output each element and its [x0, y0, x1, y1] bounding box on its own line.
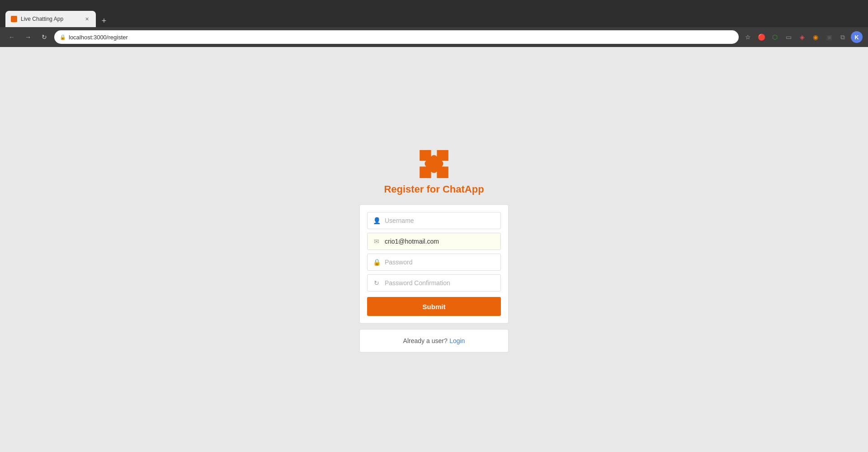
extensions-button[interactable]: ⧉: [837, 32, 848, 42]
username-field-wrapper: 👤: [367, 212, 501, 229]
tab-favicon: [11, 16, 17, 22]
register-form-card: 👤 ✉ 🔒 ↻ Submit: [359, 204, 509, 324]
puzzle-icon: [416, 146, 452, 178]
refresh-button[interactable]: ↻: [38, 31, 51, 43]
logo-area: Register for ChatApp: [384, 146, 484, 195]
extension-icon-6[interactable]: ▣: [824, 32, 835, 42]
login-card: Already a user? Login: [359, 329, 509, 353]
extension-icon-5[interactable]: ◉: [810, 32, 821, 42]
app-title: Register for ChatApp: [384, 184, 484, 195]
submit-button[interactable]: Submit: [367, 297, 501, 316]
tab-title: Live Chatting App: [21, 16, 80, 22]
password-input[interactable]: [385, 259, 495, 266]
new-tab-button[interactable]: +: [98, 14, 110, 27]
url-display: localhost:3000/register: [69, 34, 128, 41]
email-input[interactable]: [385, 238, 495, 245]
password-confirm-field-wrapper: ↻: [367, 274, 501, 292]
address-bar[interactable]: 🔒 localhost:3000/register: [54, 30, 739, 44]
forward-button[interactable]: →: [22, 31, 34, 43]
extension-icon-1[interactable]: 🔴: [756, 32, 767, 42]
toolbar-right-icons: ☆ 🔴 ⬡ ▭ ◈ ◉ ▣ ⧉ K: [742, 31, 863, 43]
browser-toolbar: ← → ↻ 🔒 localhost:3000/register ☆ 🔴 ⬡ ▭ …: [0, 27, 868, 47]
tab-close-button[interactable]: ✕: [83, 15, 90, 23]
login-link[interactable]: Login: [449, 337, 465, 344]
profile-avatar[interactable]: K: [851, 31, 863, 43]
email-field-wrapper: ✉: [367, 233, 501, 250]
password-confirm-input[interactable]: [385, 279, 495, 287]
back-button[interactable]: ←: [5, 31, 18, 43]
login-prompt-text: Already a user?: [403, 337, 448, 344]
extension-icon-2[interactable]: ⬡: [769, 32, 780, 42]
refresh-icon: ↻: [373, 279, 380, 287]
tab-list: Live Chatting App ✕ +: [5, 0, 110, 27]
page-content: Register for ChatApp 👤 ✉ 🔒 ↻ Submit Alre…: [0, 47, 868, 452]
username-input[interactable]: [385, 217, 495, 224]
browser-tab-bar: Live Chatting App ✕ +: [0, 0, 868, 27]
active-tab[interactable]: Live Chatting App ✕: [5, 11, 96, 27]
extension-icon-4[interactable]: ◈: [797, 32, 807, 42]
lock-icon: 🔒: [60, 34, 66, 40]
email-icon: ✉: [373, 238, 380, 245]
user-icon: 👤: [373, 217, 380, 224]
extension-icon-3[interactable]: ▭: [783, 32, 794, 42]
bookmark-icon[interactable]: ☆: [742, 32, 753, 42]
lock-icon: 🔒: [373, 259, 380, 266]
password-field-wrapper: 🔒: [367, 254, 501, 271]
